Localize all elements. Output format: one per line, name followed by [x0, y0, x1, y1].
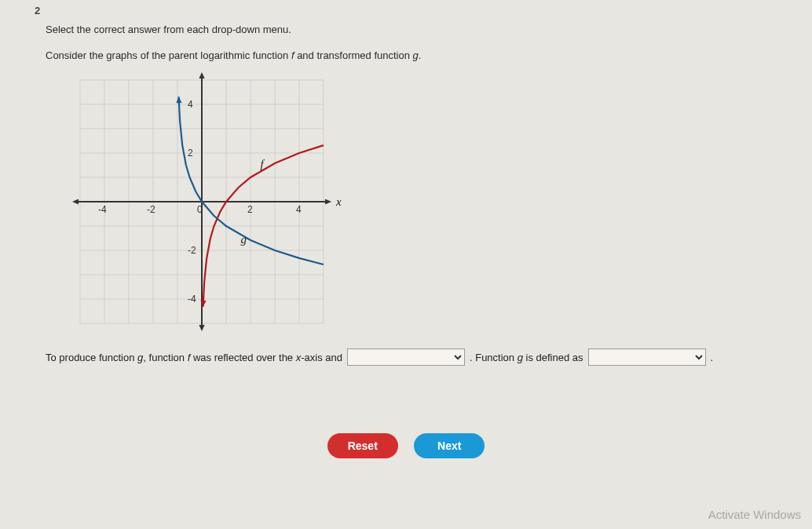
question-content: Select the correct answer from each drop… [46, 24, 796, 366]
function-graph: -4-2024-4-224xy fg [49, 72, 355, 331]
button-row: Reset Next [0, 433, 812, 458]
svg-text:-4: -4 [98, 204, 107, 215]
prompt-pre: Consider the graphs of the parent logari… [46, 49, 291, 61]
svg-text:0: 0 [197, 204, 203, 215]
t: , function [143, 352, 187, 363]
transformation-dropdown[interactable] [347, 348, 465, 366]
svg-marker-24 [325, 199, 331, 204]
svg-text:-2: -2 [188, 245, 196, 256]
sent-part1: To produce function g, function f was re… [46, 352, 342, 363]
prompt-mid: and transformed function [294, 49, 413, 61]
t: To produce function [46, 352, 137, 363]
fn-g2: g [518, 352, 523, 363]
svg-marker-26 [199, 72, 204, 78]
windows-watermark: Activate Windows [708, 508, 801, 521]
t: is defined as [523, 352, 583, 363]
prompt-fn-g: g [413, 49, 419, 61]
svg-marker-27 [199, 325, 204, 331]
next-button[interactable]: Next [414, 433, 485, 458]
t: . Function [470, 352, 518, 363]
reset-button[interactable]: Reset [327, 433, 398, 458]
svg-marker-40 [176, 97, 181, 103]
sent-part2: . Function g is defined as [470, 352, 583, 363]
instruction-text: Select the correct answer from each drop… [46, 24, 796, 35]
svg-marker-25 [72, 199, 79, 204]
period: . [711, 352, 714, 363]
definition-dropdown[interactable] [588, 348, 706, 366]
prompt-text: Consider the graphs of the parent logari… [46, 49, 796, 61]
answer-sentence: To produce function g, function f was re… [46, 348, 796, 366]
svg-text:-2: -2 [147, 204, 155, 215]
svg-text:-4: -4 [188, 294, 196, 305]
svg-text:4: 4 [188, 99, 193, 110]
prompt-end: . [419, 49, 422, 61]
svg-text:g: g [241, 233, 247, 246]
svg-text:f: f [260, 158, 265, 170]
question-number: 2 [35, 5, 40, 16]
svg-text:2: 2 [188, 148, 193, 159]
t: was reflected over the [190, 352, 295, 363]
t: -axis and [301, 352, 342, 363]
graph-container: -4-2024-4-224xy fg [49, 72, 796, 331]
svg-text:4: 4 [296, 204, 302, 215]
svg-text:2: 2 [247, 204, 253, 215]
svg-text:x: x [335, 195, 342, 208]
